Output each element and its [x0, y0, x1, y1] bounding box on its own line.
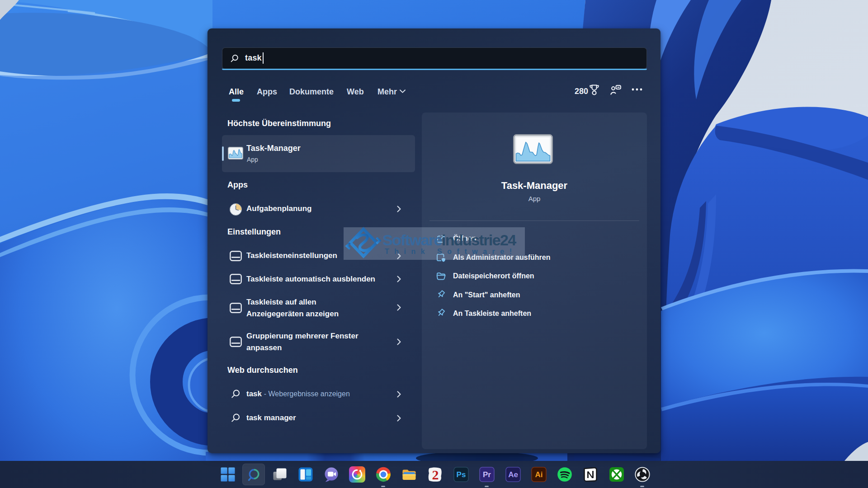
svg-text:Ai: Ai [535, 470, 543, 479]
svg-text:2: 2 [432, 467, 439, 482]
svg-text:Ae: Ae [508, 470, 518, 479]
svg-text:Ps: Ps [457, 470, 466, 479]
svg-text:Pr: Pr [483, 470, 491, 479]
